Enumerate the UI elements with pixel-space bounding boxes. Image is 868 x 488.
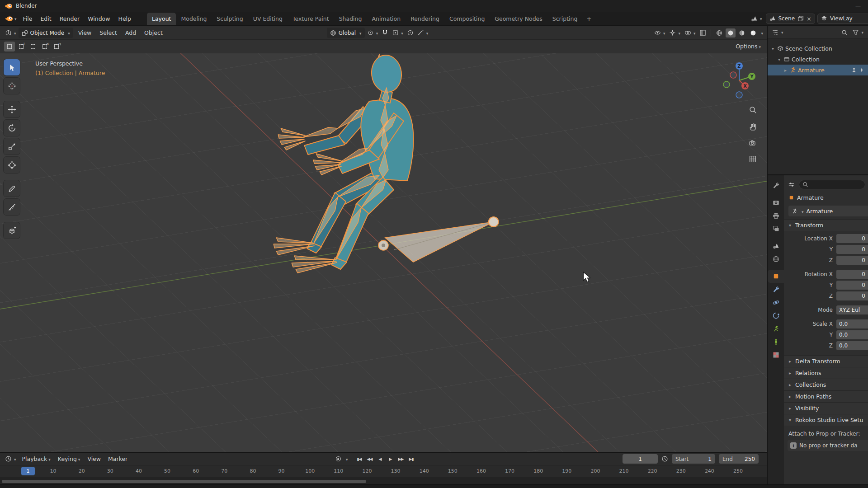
select-mode-set[interactable]	[4, 42, 15, 52]
section-transform[interactable]: ▾ Transform	[784, 219, 868, 231]
tool-rotate[interactable]	[4, 120, 20, 136]
timeline-ruler[interactable]: 1 10203040506070809010011012013014015016…	[0, 465, 767, 477]
workspace-tab-texture-paint[interactable]: Texture Paint	[288, 13, 334, 25]
unlink-icon[interactable]: ×	[807, 16, 811, 22]
editor-type-button[interactable]	[4, 28, 18, 37]
properties-tab-constraints[interactable]	[768, 309, 784, 322]
jump-to-start-button[interactable]: ▮◀	[354, 455, 364, 464]
xray-toggle[interactable]	[698, 28, 708, 37]
timeline-menu-keying[interactable]: Keying	[54, 454, 84, 464]
next-keyframe-button[interactable]: ▶▶	[396, 455, 406, 464]
menubar-menu-render[interactable]: Render	[56, 14, 84, 24]
previous-keyframe-button[interactable]: ◀◀	[365, 455, 375, 464]
disclosure-down-icon[interactable]: ▾	[777, 57, 782, 62]
outliner-editor-type-button[interactable]	[771, 28, 785, 37]
tool-transform[interactable]	[4, 157, 20, 173]
workspace-tab-compositing[interactable]: Compositing	[444, 13, 490, 25]
timeline-menu-playback[interactable]: Playback	[19, 454, 54, 464]
menubar-menu-window[interactable]: Window	[84, 14, 114, 24]
jump-to-end-button[interactable]: ▶▮	[406, 455, 416, 464]
properties-tab-bone[interactable]	[768, 335, 784, 348]
properties-search-input[interactable]	[810, 181, 862, 188]
mode-selector[interactable]: Object Mode	[19, 28, 73, 38]
viewport-menu-select[interactable]: Select	[95, 28, 121, 38]
chevron-down-icon[interactable]	[344, 456, 348, 462]
play-reverse-button[interactable]: ◀	[375, 455, 385, 464]
gizmos-dropdown[interactable]	[668, 28, 682, 37]
property-value-field[interactable]: 0	[836, 234, 868, 243]
properties-tab-object-data[interactable]	[768, 322, 784, 335]
proportional-falloff-button[interactable]	[416, 28, 430, 37]
menubar-menu-file[interactable]: File	[19, 14, 37, 24]
properties-tab-physics[interactable]	[768, 296, 784, 309]
select-mode-extend[interactable]: +	[16, 42, 27, 52]
select-mode-intersect[interactable]: ∩	[51, 42, 62, 52]
section-motion-paths[interactable]: ▸Motion Paths	[784, 390, 868, 402]
outliner-row-collection[interactable]: ▾Collection	[768, 54, 868, 65]
properties-tab-object[interactable]	[768, 270, 784, 283]
property-value-field[interactable]: 0.0	[836, 330, 868, 339]
proportional-editing-toggle[interactable]	[406, 28, 415, 37]
select-mode-invert[interactable]: ×	[39, 42, 50, 52]
section-delta-transform[interactable]: ▸Delta Transform	[784, 355, 868, 367]
properties-search[interactable]	[799, 180, 865, 189]
properties-tab-scene[interactable]	[768, 239, 784, 253]
outliner-row-armature[interactable]: ▸Armature	[768, 65, 868, 75]
properties-tab-modifiers[interactable]	[768, 283, 784, 296]
section-visibility[interactable]: ▸Visibility	[784, 402, 868, 414]
viewport-options-button[interactable]: Options	[734, 42, 763, 51]
properties-tab-view-layer[interactable]	[768, 222, 784, 235]
disclosure-down-icon[interactable]: ▾	[770, 46, 775, 51]
properties-tab-render[interactable]	[768, 196, 784, 209]
breadcrumb-object-name[interactable]: Armature	[797, 194, 824, 201]
filter-button[interactable]	[851, 28, 865, 37]
property-value-field[interactable]: 0	[836, 291, 868, 300]
property-value-field[interactable]: 0.0	[836, 341, 868, 350]
properties-tab-world[interactable]	[768, 253, 784, 266]
add-workspace-button[interactable]: +	[582, 14, 595, 24]
view-layer-selector[interactable]: ViewLay	[817, 14, 868, 24]
datablock-field[interactable]: Armature	[788, 206, 868, 216]
navigation-gizmo[interactable]: Z Y X	[721, 62, 757, 99]
shading-wireframe-button[interactable]	[714, 28, 724, 38]
gizmo-neg-y-axis[interactable]	[723, 81, 730, 88]
property-value-field[interactable]: XYZ Eul	[836, 305, 868, 314]
tool-add-cube[interactable]	[4, 222, 20, 239]
workspace-tab-rendering[interactable]: Rendering	[406, 13, 444, 25]
start-frame-field[interactable]: Start 1	[672, 454, 715, 464]
pivot-point-button[interactable]	[366, 28, 380, 37]
workspace-tab-modeling[interactable]: Modeling	[176, 13, 212, 25]
blender-menu-button[interactable]	[3, 14, 19, 23]
property-value-field[interactable]: 0.0	[836, 319, 868, 328]
toggle-ortho-button[interactable]	[747, 153, 759, 165]
viewport-menu-object[interactable]: Object	[140, 28, 167, 38]
workspace-tab-sculpting[interactable]: Sculpting	[212, 13, 248, 25]
auto-key-record-button[interactable]	[333, 455, 344, 464]
current-frame-field[interactable]: 1	[623, 454, 658, 464]
snap-settings-button[interactable]	[391, 28, 405, 37]
properties-tab-tool[interactable]	[768, 179, 784, 192]
workspace-tab-animation[interactable]: Animation	[367, 13, 406, 25]
viewport-menu-add[interactable]: Add	[121, 28, 140, 38]
timeline-menu-marker[interactable]: Marker	[104, 454, 131, 464]
viewport-canvas[interactable]: User Perspective (1) Collection | Armatu…	[0, 53, 767, 452]
search-icon[interactable]	[841, 29, 847, 35]
workspace-tab-geometry-nodes[interactable]: Geometry Nodes	[490, 13, 547, 25]
shading-dropdown[interactable]	[760, 30, 763, 36]
orientation-selector[interactable]: Global	[327, 28, 365, 38]
minimize-button[interactable]: —	[853, 3, 863, 9]
properties-editor-type-button[interactable]	[787, 180, 796, 189]
property-value-field[interactable]: 0	[836, 256, 868, 265]
tool-scale[interactable]	[4, 138, 20, 155]
gizmo-neg-x-axis[interactable]	[730, 72, 736, 78]
disclosure-right-icon[interactable]: ▸	[783, 68, 788, 73]
snap-toggle[interactable]	[380, 28, 390, 37]
gizmo-neg-z-axis[interactable]	[736, 92, 742, 98]
tool-move[interactable]	[4, 101, 20, 117]
shading-material-button[interactable]	[737, 28, 747, 38]
shading-rendered-button[interactable]	[748, 28, 758, 38]
shading-solid-button[interactable]	[726, 28, 736, 38]
scene-browse-button[interactable]	[750, 14, 764, 23]
timeline-scrollbar[interactable]	[2, 480, 366, 483]
workspace-tab-uv-editing[interactable]: UV Editing	[248, 13, 288, 25]
